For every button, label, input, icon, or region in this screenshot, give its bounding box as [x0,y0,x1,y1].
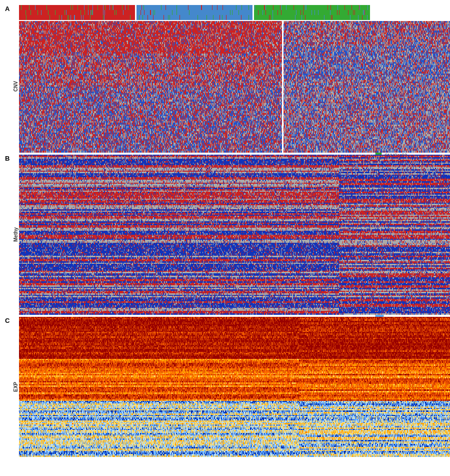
panel-c-content [19,317,370,457]
panel-a-content [19,5,370,153]
panel-a-letter: A [5,5,10,13]
panel-b-content [19,155,370,315]
methy-heatmap-group2 [339,155,450,315]
panel-c: C EXP [5,317,370,457]
cnv-heatmap-group2 [284,21,450,153]
panel-b: B Methy [5,155,370,315]
cnv-heatmap-groups [19,21,370,153]
panel-b-ylabel: Methy [12,155,19,315]
methy-heatmap-group1 [19,155,339,315]
panel-b-letter: B [5,155,10,162]
exp-heatmap-group2 [299,317,450,457]
exp-heatmap-group1 [19,317,299,457]
icluster-bar-group3 [254,5,370,20]
main-container: A CNV B Methy [0,0,450,476]
panel-a-ylabel: CNV [12,20,19,153]
icluster-bar-group1 [19,5,135,20]
panel-c-ylabel: EXP [12,317,19,457]
panel-a: A CNV [5,5,370,153]
heatmap-area: A CNV B Methy [5,5,370,471]
cnv-heatmap-group1 [19,21,282,153]
panel-c-letter: C [5,317,10,324]
annotation-bars-a [19,5,370,20]
icluster-bar-group2 [136,5,252,20]
